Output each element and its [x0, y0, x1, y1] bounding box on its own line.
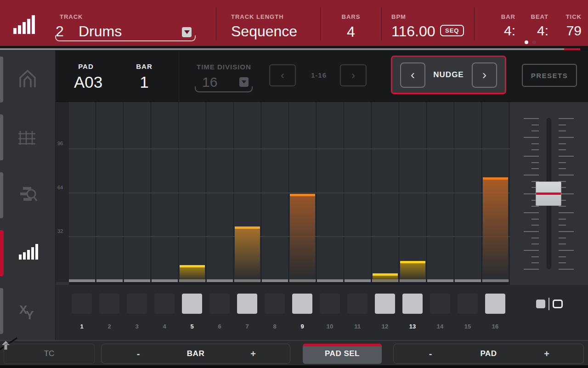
chart-column-8[interactable]	[262, 102, 288, 282]
bpm-value[interactable]: 116.00	[391, 24, 435, 39]
slider-tick	[559, 219, 566, 220]
velocity-bar-step-9[interactable]	[290, 194, 315, 282]
slider-tick	[559, 231, 574, 232]
nudge-right-button[interactable]: ›	[472, 62, 497, 88]
step-button-1[interactable]	[72, 294, 92, 314]
zero-baseline-10	[317, 279, 343, 282]
bpm-label: BPM	[391, 13, 406, 20]
toolbar-divider	[179, 51, 179, 102]
pad-sel-button[interactable]: PAD SEL	[303, 344, 382, 364]
step-number-4: 4	[151, 323, 178, 330]
chart-column-10[interactable]	[317, 102, 343, 282]
chart-column-5[interactable]	[179, 102, 205, 282]
header-divider	[381, 7, 382, 40]
slider-tick	[559, 243, 566, 244]
step-button-12[interactable]	[375, 294, 395, 314]
outline-square-icon[interactable]	[553, 300, 563, 308]
chevron-right-icon: ›	[482, 68, 486, 81]
step-number-11: 11	[344, 323, 371, 330]
sidebar-item-velocity[interactable]	[0, 224, 55, 282]
step-number-1: 1	[68, 323, 96, 330]
slider-tick	[559, 162, 566, 163]
top-bar: TRACK 2 Drums TRACK LENGTH Sequence BARS…	[0, 0, 588, 46]
bar-minus-button[interactable]: -	[102, 349, 175, 359]
time-division-dropdown[interactable]	[239, 77, 249, 87]
velocity-bar-step-13[interactable]	[400, 261, 425, 282]
step-button-7[interactable]	[237, 294, 257, 314]
chart-column-3[interactable]	[124, 102, 150, 282]
zero-baseline-4	[152, 279, 178, 282]
step-button-3[interactable]	[127, 294, 147, 314]
track-label: TRACK	[60, 13, 83, 20]
chart-column-6[interactable]	[207, 102, 233, 282]
sidebar-item-xy[interactable]: X Y	[0, 282, 55, 340]
page-dot-active[interactable]	[525, 40, 528, 44]
step-button-13[interactable]	[402, 294, 423, 314]
sidebar-item-list-search[interactable]	[0, 166, 55, 224]
chevron-left-icon: ‹	[281, 70, 284, 81]
step-button-5[interactable]	[182, 294, 202, 314]
chart-column-13[interactable]	[400, 102, 426, 282]
pad-stepper-group: - PAD +	[393, 344, 584, 364]
chart-column-4[interactable]	[152, 102, 178, 282]
page-next-button[interactable]: ›	[340, 64, 367, 86]
sidebar-item-home[interactable]	[0, 51, 55, 108]
step-button-4[interactable]	[154, 294, 175, 314]
step-button-11[interactable]	[347, 294, 368, 314]
timeline-playhead	[564, 48, 580, 50]
step-button-9[interactable]	[292, 294, 312, 314]
bar-stepper-label: BAR	[175, 349, 216, 358]
slider-tick	[559, 156, 574, 157]
bars-field[interactable]: BARS 4	[332, 13, 370, 39]
page-dot-inactive[interactable]	[532, 40, 536, 44]
step-number-3: 3	[123, 323, 151, 330]
step-button-15[interactable]	[458, 294, 478, 314]
gridline-64	[69, 192, 510, 193]
velocity-bar-step-16[interactable]	[483, 177, 508, 282]
nudge-left-button[interactable]: ‹	[400, 62, 425, 88]
page-prev-button[interactable]: ‹	[269, 64, 296, 86]
chart-column-12[interactable]	[372, 102, 398, 282]
chart-column-14[interactable]	[427, 102, 453, 282]
step-button-10[interactable]	[320, 294, 340, 314]
sidebar-item-grid[interactable]	[0, 108, 55, 166]
tab-strip	[0, 172, 3, 218]
velocity-bar-step-7[interactable]	[235, 226, 260, 282]
slider-tick	[531, 125, 539, 125]
step-button-6[interactable]	[209, 294, 230, 314]
chart-column-11[interactable]	[345, 102, 371, 282]
chart-column-1[interactable]	[69, 102, 95, 282]
header-divider	[216, 7, 216, 40]
slider-tick	[559, 212, 574, 213]
presets-button[interactable]: PRESETS	[522, 64, 577, 87]
track-length-value[interactable]: Sequence	[231, 24, 297, 39]
pad-label: PAD	[74, 62, 98, 70]
bars-value[interactable]: 4	[332, 24, 370, 39]
velocity-bar-step-12[interactable]	[373, 273, 398, 282]
pad-plus-button[interactable]: +	[510, 349, 583, 359]
seq-badge[interactable]: SEQ	[440, 25, 464, 36]
nudge-label: NUDGE	[433, 70, 464, 79]
tc-button[interactable]: TC	[4, 344, 95, 364]
step-number-15: 15	[454, 323, 481, 330]
gridline-96	[69, 148, 510, 149]
slider-red-line	[536, 192, 561, 195]
slider-tick	[559, 149, 566, 150]
filled-square-icon[interactable]	[536, 300, 545, 308]
tab-strip	[0, 288, 3, 334]
step-number-2: 2	[96, 323, 123, 330]
slider-tick	[559, 262, 566, 263]
chart-column-2[interactable]	[96, 102, 123, 282]
bar-plus-button[interactable]: +	[216, 349, 290, 359]
chart-column-15[interactable]	[455, 102, 481, 282]
bar-body	[483, 180, 508, 282]
step-button-2[interactable]	[99, 294, 119, 314]
slider-tick	[559, 206, 566, 207]
velocity-bar-step-5[interactable]	[180, 265, 205, 282]
step-button-14[interactable]	[430, 294, 450, 314]
step-button-8[interactable]	[265, 294, 285, 314]
slider-tick	[559, 238, 566, 238]
velocity-slider-handle[interactable]	[536, 181, 561, 206]
pad-minus-button[interactable]: -	[394, 349, 467, 359]
step-button-16[interactable]	[485, 294, 505, 314]
